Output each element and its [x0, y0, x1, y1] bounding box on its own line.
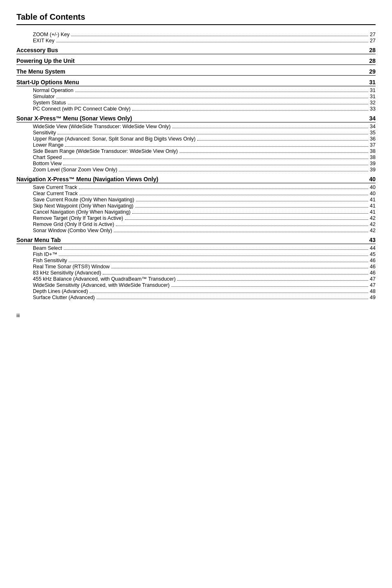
- entry-dots: [97, 299, 368, 299]
- entry-text: Normal Operation: [33, 88, 74, 93]
- entry-text: Surface Clutter (Advanced): [33, 295, 95, 300]
- entry-text: Beam Select: [33, 245, 62, 251]
- entry-text: EXIT Key: [33, 38, 55, 44]
- section-page: 28: [369, 58, 376, 64]
- entry-text: Zoom Level (Sonar Zoom View Only): [33, 167, 117, 173]
- toc-entry: Upper Range (Advanced: Sonar, Split Sona…: [33, 136, 376, 142]
- entry-dots: [111, 268, 368, 268]
- entry-dots: [65, 146, 368, 147]
- entry-text: Fish ID+™: [33, 251, 57, 257]
- entry-text: Sensitivity: [33, 130, 56, 136]
- entry-page: 37: [370, 142, 376, 148]
- entry-dots: [68, 104, 369, 104]
- top-entries: ZOOM (+/-) Key 27 EXIT Key 27: [16, 32, 376, 44]
- toc-entry: Save Current Track 40: [33, 184, 376, 190]
- entry-page: 49: [370, 295, 376, 300]
- entry-text: Clear Current Track: [33, 191, 78, 196]
- section-page: 29: [369, 68, 376, 75]
- entry-text: 83 kHz Sensitivity (Advanced): [33, 270, 101, 276]
- toc-entry: Normal Operation 31: [33, 88, 376, 93]
- toc-entry: Skip Next Waypoint (Only When Navigating…: [33, 203, 376, 209]
- toc-entry: Simulator 31: [33, 94, 376, 99]
- entry-dots: [136, 201, 368, 201]
- toc-section: Accessory Bus 28: [16, 47, 376, 54]
- entry-dots: [79, 189, 368, 189]
- toc-entry: Surface Clutter (Advanced) 49: [33, 295, 376, 300]
- page-footer: iii: [16, 313, 376, 318]
- entry-page: 42: [370, 221, 376, 227]
- entry-page: 47: [370, 276, 376, 282]
- toc-section: Sonar Menu Tab 43 Beam Select 44 Fish ID…: [16, 237, 376, 300]
- entry-dots: [69, 262, 368, 262]
- toc-section: Navigation X-Press™ Menu (Navigation Vie…: [16, 176, 376, 233]
- section-title: Powering Up the Unit: [16, 58, 75, 64]
- toc-entry: PC Connect (with PC Connect Cable Only) …: [33, 106, 376, 112]
- entry-dots: [116, 226, 368, 226]
- toc-entry: WideSide View (WideSide Transducer: Wide…: [33, 124, 376, 129]
- entry-dots: [64, 249, 368, 250]
- entry-text: Side Beam Range (WideSide Transducer: Wi…: [33, 148, 178, 154]
- toc-entry: Chart Speed 38: [33, 154, 376, 160]
- entry-dots: [172, 128, 368, 128]
- toc-section: The Menu System 29: [16, 68, 376, 76]
- entry-text: Save Current Route (Only When Navigating…: [33, 197, 134, 203]
- entry-page: 36: [370, 136, 376, 142]
- entry-page: 48: [370, 288, 376, 294]
- toc-entry: Beam Select 44: [33, 245, 376, 251]
- entry-page: 45: [370, 251, 376, 257]
- title-divider: [16, 24, 376, 25]
- toc-entry: Real Time Sonar (RTS®) Window 46: [33, 264, 376, 270]
- section-header: Start-Up Options Menu 31: [16, 79, 376, 86]
- entry-dots: [56, 42, 369, 42]
- toc-section: Sonar X-Press™ Menu (Sonar Views Only) 3…: [16, 115, 376, 173]
- section-page: 40: [369, 176, 376, 182]
- toc-entry: 455 kHz Balance (Advanced, with QuadraBe…: [33, 276, 376, 282]
- entry-page: 47: [370, 282, 376, 288]
- toc-sections: Accessory Bus 28 Powering Up the Unit 28…: [16, 47, 376, 300]
- entry-text: Chart Speed: [33, 154, 62, 160]
- toc-entry: WideSide Sensitivity (Advanced, with Wid…: [33, 282, 376, 288]
- toc-entry: Save Current Route (Only When Navigating…: [33, 197, 376, 203]
- entry-dots: [119, 171, 368, 171]
- entry-page: 31: [370, 88, 376, 93]
- entry-text: Lower Range: [33, 142, 63, 148]
- section-header: Accessory Bus 28: [16, 47, 376, 54]
- entry-dots: [132, 110, 368, 111]
- entry-page: 41: [370, 209, 376, 215]
- section-entries: WideSide View (WideSide Transducer: Wide…: [16, 124, 376, 173]
- entry-page: 46: [370, 264, 376, 270]
- entry-dots: [79, 195, 368, 195]
- entry-page: 46: [370, 258, 376, 263]
- toc-entry: Remove Target (Only If Target is Active)…: [33, 215, 376, 221]
- entry-page: 39: [370, 161, 376, 166]
- toc-entry: Remove Grid (Only If Grid is Active) 42: [33, 221, 376, 227]
- section-title: Sonar X-Press™ Menu (Sonar Views Only): [16, 115, 132, 122]
- entry-page: 32: [370, 100, 376, 106]
- entry-dots: [180, 152, 368, 153]
- toc-entry: System Status 32: [33, 100, 376, 106]
- entry-dots: [56, 98, 368, 98]
- section-header: The Menu System 29: [16, 68, 376, 76]
- page-title: Table of Contents: [16, 12, 376, 22]
- section-title: Accessory Bus: [16, 47, 58, 53]
- section-entries: Beam Select 44 Fish ID+™ 45 Fish Sensiti…: [16, 245, 376, 300]
- entry-dots: [90, 293, 368, 293]
- entry-page: 38: [370, 154, 376, 160]
- entry-page: 40: [370, 184, 376, 190]
- entry-dots: [177, 280, 368, 281]
- entry-page: 38: [370, 148, 376, 154]
- toc-section: Powering Up the Unit 28: [16, 58, 376, 65]
- entry-text: WideSide Sensitivity (Advanced, with Wid…: [33, 282, 170, 288]
- section-header: Powering Up the Unit 28: [16, 58, 376, 65]
- section-header: Navigation X-Press™ Menu (Navigation Vie…: [16, 176, 376, 183]
- entry-text: Save Current Track: [33, 184, 77, 190]
- entry-dots: [132, 213, 368, 214]
- entry-text: Remove Target (Only If Target is Active): [33, 215, 123, 221]
- section-title: Navigation X-Press™ Menu (Navigation Vie…: [16, 176, 158, 182]
- section-page: 28: [369, 47, 376, 53]
- entry-dots: [125, 219, 368, 220]
- entry-page: 46: [370, 270, 376, 276]
- entry-text: Upper Range (Advanced: Sonar, Split Sona…: [33, 136, 196, 142]
- section-header: Sonar X-Press™ Menu (Sonar Views Only) 3…: [16, 115, 376, 122]
- toc-entry: Sonar Window (Combo View Only) 42: [33, 228, 376, 233]
